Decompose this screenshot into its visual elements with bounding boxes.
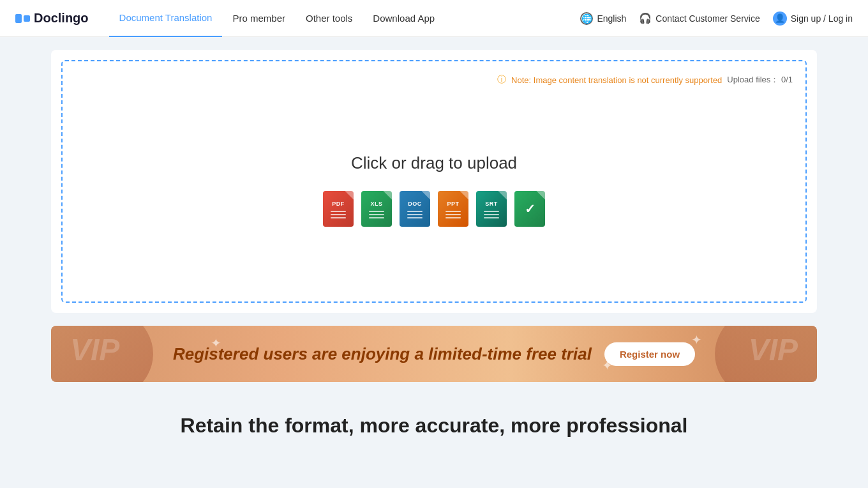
retain-format-section: Retain the format, more accurate, more p… (51, 401, 817, 444)
sparkle-1: ✦ (211, 335, 221, 351)
sign-in-button[interactable]: 👤 Sign up / Log in (773, 11, 853, 26)
upload-top-bar: ⓘ Note: Image content translation is not… (75, 74, 793, 86)
main-nav: Document Translation Pro member Other to… (109, 0, 581, 37)
nav-other-tools[interactable]: Other tools (296, 0, 363, 37)
note-icon: ⓘ (497, 74, 506, 86)
vip-banner-text: Registered users are enjoying a limited-… (173, 344, 592, 364)
nav-document-translation[interactable]: Document Translation (109, 0, 223, 37)
vip-deco-left: VIP (70, 332, 119, 367)
upload-zone[interactable]: ⓘ Note: Image content translation is not… (61, 60, 807, 303)
file-icon-more[interactable]: ✓ (514, 191, 545, 227)
language-label: English (597, 13, 626, 24)
header-right: 🌐 English 🎧 Contact Customer Service 👤 S… (580, 11, 853, 26)
file-icon-srt[interactable]: SRT (476, 191, 507, 227)
retain-title: Retain the format, more accurate, more p… (51, 414, 817, 438)
note-text: Note: Image content translation is not c… (511, 75, 722, 85)
upload-wrapper: ⓘ Note: Image content translation is not… (51, 50, 817, 313)
contact-label: Contact Customer Service (655, 13, 760, 24)
upload-title: Click or drag to upload (351, 153, 517, 173)
headset-icon: 🎧 (639, 12, 652, 25)
globe-icon: 🌐 (580, 12, 593, 25)
sparkle-3: ✦ (602, 358, 613, 373)
file-icon-docx[interactable]: DOC (400, 191, 430, 227)
upload-files-label: Upload files： 0/1 (727, 74, 793, 86)
language-selector[interactable]: 🌐 English (580, 12, 626, 25)
file-icons: PDF XLS DOC PPT (323, 191, 545, 227)
logo-text: Doclingo (34, 11, 89, 26)
nav-download-app[interactable]: Download App (363, 0, 445, 37)
main-content: ⓘ Note: Image content translation is not… (0, 37, 868, 463)
vip-deco-right: VIP (749, 332, 798, 367)
vip-banner: VIP ✦ ✦ ✦ Registered users are enjoying … (51, 326, 817, 382)
user-icon: 👤 (773, 11, 787, 26)
file-icon-pptx[interactable]: PPT (438, 191, 468, 227)
upload-center: Click or drag to upload PDF XLS DOC (323, 91, 545, 289)
file-icon-xlsx[interactable]: XLS (361, 191, 392, 227)
contact-customer-service-button[interactable]: 🎧 Contact Customer Service (639, 12, 760, 25)
header: Doclingo Document Translation Pro member… (0, 0, 868, 37)
nav-pro-member[interactable]: Pro member (222, 0, 296, 37)
logo-icon (15, 14, 30, 23)
signin-label: Sign up / Log in (791, 13, 853, 24)
file-icon-pdf[interactable]: PDF (323, 191, 354, 227)
logo[interactable]: Doclingo (15, 11, 89, 26)
sparkle-2: ✦ (691, 332, 702, 347)
register-now-button[interactable]: Register now (604, 342, 695, 366)
